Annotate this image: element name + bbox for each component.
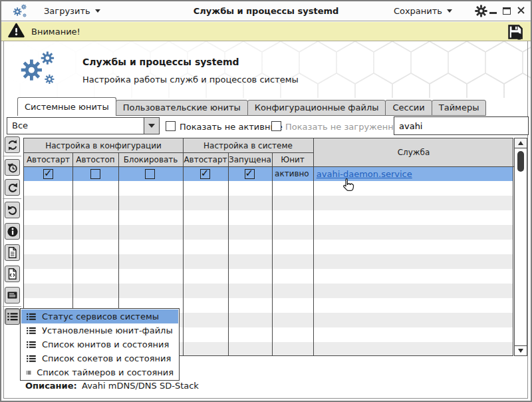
history-clock-icon	[7, 162, 19, 174]
detailed-list-icon	[26, 325, 37, 336]
list-box-icon	[6, 289, 19, 302]
tab-user-units[interactable]: Пользовательские юниты	[116, 100, 248, 116]
detailed-list-icon	[26, 367, 31, 378]
save-menu-button[interactable]: Сохранить	[390, 1, 456, 21]
toolbar-separator	[3, 198, 21, 199]
block-checkbox[interactable]	[145, 169, 155, 179]
toolbar-separator	[3, 156, 21, 156]
warning-text: Внимание!	[31, 27, 80, 37]
hero-fade-overlay	[1, 41, 531, 98]
hero-title: Службы и процессы systemd	[82, 57, 239, 67]
minimize-button[interactable]	[489, 12, 497, 14]
column-header-service: Служба	[313, 138, 514, 166]
status-lists-menu-button[interactable]	[5, 308, 20, 325]
description-value: Avahi mDNS/DNS SD-Stack	[82, 381, 199, 391]
tab-bar: Системные юниты Пользовательские юниты К…	[17, 97, 485, 116]
header-divider	[24, 152, 313, 153]
combobox-value: Все	[7, 118, 144, 134]
show-inactive-checkbox[interactable]	[166, 121, 176, 131]
column-group-system: Настройка в системе	[183, 138, 313, 152]
column-divider	[313, 138, 314, 355]
window-controls	[489, 1, 525, 21]
maximize-button[interactable]	[503, 7, 511, 15]
tab-sessions[interactable]: Сессии	[385, 100, 432, 116]
document-icon	[6, 246, 19, 259]
detailed-list-icon	[26, 353, 37, 364]
save-menu-label: Сохранить	[394, 6, 442, 16]
title-bar: Загрузить Службы и процессы systemd Сохр…	[1, 1, 531, 21]
scroll-down-button[interactable]	[515, 345, 527, 355]
show-unloaded-checkbox[interactable]	[271, 121, 281, 131]
save-changes-icon-button[interactable]	[506, 23, 524, 41]
description-label: Описание:	[25, 381, 77, 391]
autostop-checkbox[interactable]	[90, 169, 100, 179]
triangle-up-icon	[518, 141, 523, 145]
close-button[interactable]	[517, 6, 525, 17]
refresh-icon	[7, 139, 19, 151]
header-banner: Службы и процессы systemd Настройка рабо…	[1, 41, 531, 98]
hero-subtitle: Настройка работы служб и процессов систе…	[82, 75, 299, 85]
status-lists-menu: Статус сервисов системы Установленные юн…	[20, 308, 180, 381]
menu-item-units-list[interactable]: Список юнитов и состояния	[21, 337, 178, 351]
search-input[interactable]	[394, 116, 529, 135]
load-menu-label: Загрузить	[44, 6, 90, 16]
chevron-down-icon	[95, 9, 100, 13]
chevron-down-icon	[148, 124, 155, 128]
warning-triangle-icon	[8, 23, 25, 40]
detailed-list-icon	[7, 311, 19, 323]
unit-status-cell: активно	[271, 166, 313, 181]
triangle-down-icon	[518, 349, 523, 353]
column-header-block: Блокировать	[118, 152, 183, 166]
source-view-button[interactable]	[5, 266, 20, 282]
column-header-autostop: Автостоп	[72, 152, 118, 166]
show-inactive-label: Показать не активные	[180, 122, 283, 132]
app-gears-icon	[12, 3, 28, 21]
column-header-unit: Юнит	[272, 152, 313, 166]
tab-system-units[interactable]: Системные юниты	[17, 97, 116, 116]
header-divider	[24, 166, 514, 167]
column-header-autostart-system: Автостарт	[183, 152, 228, 166]
app-window: Загрузить Службы и процессы systemd Сохр…	[0, 0, 532, 402]
column-header-autostart-config: Автостарт	[24, 152, 72, 166]
list-view-button[interactable]	[5, 287, 20, 303]
column-divider	[183, 138, 184, 355]
scrollbar-thumb[interactable]	[517, 151, 524, 172]
menu-item-sockets-list[interactable]: Список сокетов и состояния	[21, 351, 178, 365]
undo-arrow-icon	[7, 204, 19, 216]
autostart-config-checkbox[interactable]	[43, 169, 53, 179]
column-group-config: Настройка в конфигурации	[24, 138, 183, 152]
info-button[interactable]	[5, 223, 20, 240]
vertical-scrollbar[interactable]	[514, 138, 527, 356]
undo-button[interactable]	[5, 202, 20, 218]
unit-file-button[interactable]	[5, 244, 20, 261]
column-header-running: Запущена	[228, 152, 272, 166]
detailed-list-icon	[26, 339, 37, 350]
detailed-list-icon	[26, 311, 37, 322]
tab-config-files[interactable]: Конфигурационные файлы	[247, 100, 386, 116]
unit-type-combobox[interactable]: Все	[7, 117, 160, 134]
redo-arrow-icon	[7, 182, 19, 194]
warning-bar: Внимание!	[1, 22, 531, 41]
toolbar-separator	[3, 306, 21, 307]
load-menu-button[interactable]: Загрузить	[40, 1, 104, 21]
menu-item-services-status[interactable]: Статус сервисов системы	[21, 309, 178, 323]
source-code-document-icon	[6, 268, 19, 280]
history-restore-button[interactable]	[5, 159, 20, 176]
menu-item-installed-unit-files[interactable]: Установленные юнит-файлы	[21, 323, 178, 337]
scroll-up-button[interactable]	[515, 138, 527, 148]
refresh-button[interactable]	[5, 136, 20, 153]
settings-gear-button[interactable]	[474, 4, 488, 20]
info-icon	[7, 226, 19, 238]
redo-button[interactable]	[5, 179, 20, 196]
autostart-system-checkbox[interactable]	[200, 169, 210, 179]
service-link[interactable]: avahi-daemon.service	[313, 169, 412, 179]
systemd-gears-logo	[18, 49, 58, 92]
column-divider	[272, 152, 273, 355]
table-row-selected[interactable]: активно avahi-daemon.service	[24, 166, 513, 181]
menu-item-timers-list[interactable]: Список таймеров и состояния	[21, 365, 178, 379]
show-unloaded-label: Показать не загруженные	[285, 122, 406, 132]
column-divider	[228, 152, 229, 355]
tab-timers[interactable]: Таймеры	[432, 100, 487, 116]
combobox-dropdown-button[interactable]	[144, 118, 159, 134]
running-checkbox[interactable]	[245, 169, 255, 179]
